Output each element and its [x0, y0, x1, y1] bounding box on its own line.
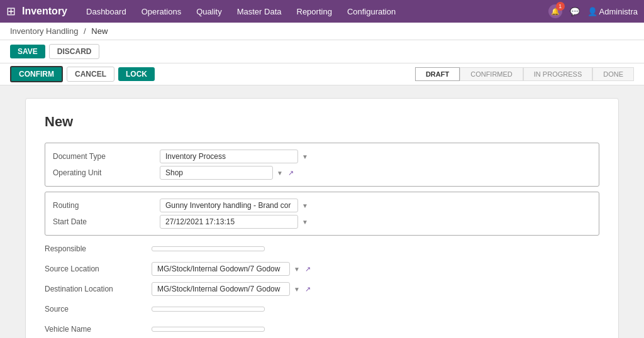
- vehicle-name-label: Vehicle Name: [45, 325, 145, 334]
- destination-location-label: Destination Location: [45, 285, 145, 293]
- user-label[interactable]: 👤 Administra: [587, 7, 638, 16]
- destination-location-value: MG/Stock/Internal Godown/7 Godow ▼ ↗: [152, 282, 599, 296]
- routing-input[interactable]: Gunny Inventory handling - Brand cor: [160, 199, 298, 212]
- breadcrumb: Inventory Handling / New: [0, 23, 644, 40]
- nav-operations[interactable]: Operations: [135, 4, 188, 19]
- cancel-button[interactable]: CANCEL: [67, 67, 114, 82]
- status-draft: DRAFT: [415, 67, 460, 81]
- status-confirmed: CONFIRMED: [460, 67, 523, 81]
- operating-unit-row: Operating Unit Shop ▼ ↗: [53, 165, 591, 181]
- secondary-actions: CONFIRM CANCEL LOCK: [10, 66, 155, 82]
- nav-configuration[interactable]: Configuration: [341, 4, 402, 19]
- routing-value: Gunny Inventory handling - Brand cor ▼: [160, 199, 591, 212]
- routing-arrow: ▼: [302, 202, 308, 209]
- confirm-button[interactable]: CONFIRM: [10, 66, 63, 82]
- status-done: DONE: [592, 67, 634, 81]
- nav-master-data[interactable]: Master Data: [231, 4, 288, 19]
- document-group: Document Type Inventory Process ▼ Operat…: [45, 143, 599, 187]
- start-date-input[interactable]: 27/12/2021 17:13:15: [160, 215, 298, 229]
- operating-unit-ext-link[interactable]: ↗: [288, 169, 294, 177]
- breadcrumb-parent[interactable]: Inventory Handling: [10, 26, 78, 36]
- action-bar: SAVE DISCARD: [0, 40, 644, 63]
- operating-unit-arrow: ▼: [277, 170, 283, 177]
- document-type-row: Document Type Inventory Process ▼: [53, 148, 591, 165]
- responsible-value: [152, 246, 599, 251]
- breadcrumb-current: New: [91, 26, 108, 36]
- document-type-arrow: ▼: [302, 153, 308, 160]
- responsible-row: Responsible: [45, 241, 599, 257]
- vehicle-name-value: [152, 327, 599, 332]
- nav-reporting[interactable]: Reporting: [291, 4, 338, 19]
- routing-row: Routing Gunny Inventory handling - Brand…: [53, 197, 591, 214]
- source-location-ext-link[interactable]: ↗: [305, 265, 311, 273]
- destination-location-arrow: ▼: [294, 286, 300, 293]
- chat-icon[interactable]: 💬: [570, 7, 580, 16]
- source-location-label: Source Location: [45, 264, 145, 273]
- start-date-label: Start Date: [53, 217, 153, 226]
- source-location-row: Source Location MG/Stock/Internal Godown…: [45, 261, 599, 277]
- breadcrumb-separator: /: [84, 26, 86, 36]
- form-card: New Document Type Inventory Process ▼ Op…: [25, 98, 619, 338]
- document-type-label: Document Type: [53, 152, 153, 161]
- responsible-label: Responsible: [45, 244, 145, 253]
- save-button[interactable]: SAVE: [10, 45, 45, 58]
- notification-icon[interactable]: 🔔1: [548, 4, 562, 18]
- start-date-row: Start Date 27/12/2021 17:13:15 ▼: [53, 214, 591, 230]
- status-bar: DRAFT CONFIRMED IN PROGRESS DONE: [415, 67, 634, 81]
- discard-button[interactable]: DISCARD: [49, 44, 100, 59]
- nav-right: 🔔1 💬 👤 Administra: [548, 4, 638, 18]
- nav-dashboard[interactable]: Dashboard: [80, 4, 133, 19]
- top-nav: ⊞ Inventory Dashboard Operations Quality…: [0, 0, 644, 23]
- source-label: Source: [45, 305, 145, 313]
- operating-unit-label: Operating Unit: [53, 168, 153, 177]
- source-location-value: MG/Stock/Internal Godown/7 Godow ▼ ↗: [152, 262, 599, 276]
- nav-quality[interactable]: Quality: [190, 4, 228, 19]
- routing-group: Routing Gunny Inventory handling - Brand…: [45, 192, 599, 236]
- app-grid-icon[interactable]: ⊞: [6, 4, 16, 18]
- other-fields: Responsible Source Location MG/Stock/Int…: [45, 241, 599, 337]
- lock-button[interactable]: LOCK: [118, 67, 155, 81]
- notification-badge: 1: [556, 2, 565, 11]
- routing-label: Routing: [53, 201, 153, 210]
- source-row: Source: [45, 301, 599, 317]
- responsible-input[interactable]: [152, 246, 265, 251]
- source-value: [152, 307, 599, 312]
- document-type-value: Inventory Process ▼: [160, 150, 591, 163]
- operating-unit-value: Shop ▼ ↗: [160, 166, 591, 180]
- vehicle-name-row: Vehicle Name: [45, 321, 599, 337]
- source-location-input[interactable]: MG/Stock/Internal Godown/7 Godow: [152, 262, 290, 276]
- form-title: New: [45, 114, 599, 130]
- operating-unit-input[interactable]: Shop: [160, 166, 273, 180]
- destination-location-row: Destination Location MG/Stock/Internal G…: [45, 281, 599, 297]
- document-type-input[interactable]: Inventory Process: [160, 150, 298, 163]
- status-in-progress: IN PROGRESS: [523, 67, 592, 81]
- main-content: New Document Type Inventory Process ▼ Op…: [0, 85, 644, 338]
- nav-items: Dashboard Operations Quality Master Data…: [80, 4, 548, 19]
- destination-location-ext-link[interactable]: ↗: [305, 285, 311, 293]
- start-date-value: 27/12/2021 17:13:15 ▼: [160, 215, 591, 229]
- start-date-arrow: ▼: [302, 219, 308, 226]
- destination-location-input[interactable]: MG/Stock/Internal Godown/7 Godow: [152, 282, 290, 296]
- app-title: Inventory: [22, 6, 67, 17]
- source-input[interactable]: [152, 307, 265, 312]
- vehicle-name-input[interactable]: [152, 327, 265, 332]
- source-location-arrow: ▼: [294, 266, 300, 273]
